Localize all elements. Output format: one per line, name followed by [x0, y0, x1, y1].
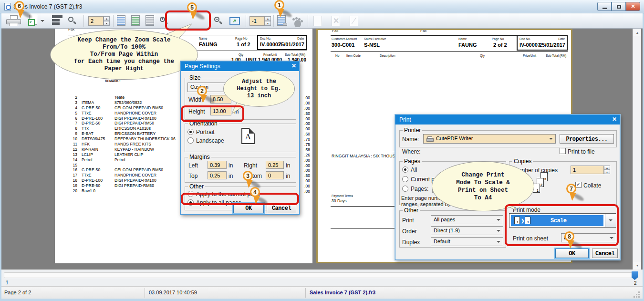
minimize-button[interactable] — [597, 2, 612, 11]
unit-label: in — [229, 162, 233, 169]
item-no: 2 — [67, 95, 77, 100]
fullscreen-button[interactable] — [229, 16, 242, 27]
item-no: 17 — [67, 173, 77, 178]
item-code: HFK — [77, 142, 114, 147]
pages-range-label: Pages: — [411, 186, 428, 192]
margin-bottom-input[interactable]: 0 — [266, 171, 284, 179]
toolbar-divider — [273, 15, 274, 27]
page-track-thumb[interactable] — [632, 271, 638, 280]
page-settings-title-bar[interactable]: Page Settings — [181, 62, 299, 71]
pages-all-radio[interactable] — [402, 166, 408, 173]
spin-down-icon[interactable]: ▼ — [265, 21, 271, 26]
item-no: 6 — [67, 116, 77, 121]
printer-icon — [426, 136, 433, 141]
maximize-button[interactable] — [612, 2, 626, 11]
print-cancel-button[interactable]: Cancel — [592, 249, 618, 258]
item-code: E-BAT — [77, 131, 114, 136]
pages-range-radio[interactable] — [402, 186, 408, 192]
copies-stepper[interactable]: ▲▼ — [604, 166, 610, 175]
margins-group-label: Margins — [188, 154, 211, 160]
copies-group-label: Copies — [512, 158, 533, 165]
number-of-copies-input[interactable]: 1 — [571, 166, 604, 174]
docno-label: Doc No. — [260, 37, 271, 40]
item-no: 10 — [67, 136, 77, 142]
sales-executive-value: S-NSL — [364, 42, 380, 48]
spin-up-icon[interactable]: ▲ — [104, 16, 110, 21]
unit-label: in — [229, 173, 233, 179]
spin-down-icon[interactable]: ▼ — [604, 170, 610, 174]
item-code: ITEMA — [77, 100, 114, 105]
spin-up-icon[interactable]: ▲ — [604, 166, 610, 170]
printer-group-label: Printer — [403, 127, 422, 134]
thumbnail-size-stepper[interactable]: 2 ▲▼ — [88, 16, 110, 26]
margin-right-input[interactable]: 0.25 — [266, 161, 284, 169]
clipped-header-text: Fax — [68, 29, 87, 31]
item-code: KP-RAIN — [77, 147, 114, 152]
item-code: Raw1.0 — [77, 188, 114, 194]
duplex-select[interactable]: Default — [431, 237, 503, 246]
properties-button[interactable]: Properties... — [560, 134, 614, 144]
dialog-title: Page Settings — [185, 63, 220, 70]
item-code: D-PRE-100 — [77, 116, 114, 121]
margin-left-label: Left — [188, 162, 198, 169]
step-badge-8: 8 — [564, 231, 583, 252]
spin-up-icon[interactable]: ▲ — [265, 16, 271, 21]
print-select-label: Print — [402, 217, 414, 224]
item-code: C-PRE-50 — [77, 105, 114, 111]
landscape-radio[interactable] — [187, 137, 194, 144]
outline-icon — [52, 15, 62, 26]
fullscreen-icon — [229, 17, 240, 25]
item-no: 18 — [67, 178, 77, 183]
pageno-value: 1 of 2 — [237, 42, 250, 47]
toolbar-divider — [308, 15, 308, 27]
order-select[interactable]: Direct (1-9) — [431, 226, 503, 235]
delete-page-button: ✕ — [331, 15, 343, 28]
step-badge-6: 6 — [14, 1, 33, 22]
item-code: TTxE — [77, 173, 114, 178]
name-label: Name — [199, 37, 207, 40]
pages-all-label: All — [411, 166, 417, 173]
scroll-up-icon[interactable]: ▲ — [634, 29, 641, 36]
orientation-preview-icon: A — [241, 128, 255, 144]
name-value: FAUNG — [458, 42, 477, 48]
new-page-icon — [313, 16, 322, 26]
toolbar-divider — [113, 15, 114, 27]
page-track[interactable] — [4, 272, 638, 278]
vertical-scrollbar[interactable]: ▲ ▼ — [633, 29, 641, 270]
portrait-label: Portrait — [196, 129, 215, 135]
printer-name-select[interactable]: CutePDF Writer — [423, 134, 556, 144]
qty-column-label: Qty — [480, 54, 485, 57]
margin-left-input[interactable]: 0.39 — [208, 161, 227, 169]
duplex-select-label: Duplex — [402, 239, 420, 246]
close-button[interactable]: ✕ — [626, 2, 640, 11]
step-badge-7: 7 — [566, 184, 585, 205]
outline-button[interactable] — [50, 15, 63, 28]
resize-grip[interactable] — [638, 291, 640, 293]
zoom-out-button[interactable]: − — [214, 17, 225, 27]
pages-current-radio[interactable] — [402, 176, 408, 182]
print-to-file-checkbox[interactable] — [560, 148, 566, 154]
item-no: 19 — [67, 183, 77, 188]
page-offset-stepper[interactable]: -1 ▲▼ — [249, 16, 271, 26]
qty-column-label: Qty — [239, 53, 243, 56]
find-button[interactable] — [66, 16, 80, 28]
print-title-bar[interactable]: Print — [395, 115, 620, 125]
export-dropdown-icon[interactable] — [41, 20, 44, 22]
margin-top-input[interactable]: 0.25 — [208, 171, 227, 179]
payment-terms-value: 30 Days — [332, 198, 347, 203]
order-select-label: Order — [402, 228, 417, 235]
item-code: Petrol — [77, 157, 114, 163]
close-icon[interactable]: ✕ — [612, 116, 617, 123]
portrait-radio[interactable] — [187, 129, 194, 135]
edit-page-button[interactable] — [291, 17, 306, 28]
item-no: 4 — [67, 105, 77, 111]
close-icon[interactable]: ✕ — [291, 62, 296, 69]
highlight-apply-all-pages — [181, 193, 299, 205]
print-select[interactable]: All pages — [431, 215, 503, 224]
docno-value: IV-00007 — [519, 42, 540, 48]
price-column-label: Price/Unit — [523, 54, 536, 57]
spin-down-icon[interactable]: ▼ — [104, 21, 110, 26]
hand-tool-icon — [294, 20, 301, 27]
item-code: D-PRE-100 — [77, 178, 114, 183]
scroll-down-icon[interactable]: ▼ — [634, 262, 641, 269]
